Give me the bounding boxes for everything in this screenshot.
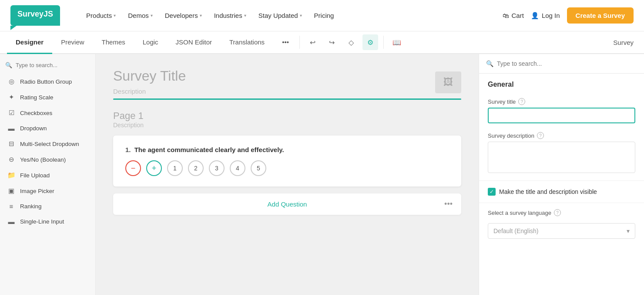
- survey-desc-display: Description: [113, 88, 461, 95]
- tab-json-editor[interactable]: JSON Editor: [167, 31, 221, 54]
- rating-plus-btn[interactable]: +: [146, 160, 162, 176]
- cart-link[interactable]: 🛍 Cart: [503, 12, 524, 19]
- language-help-icon[interactable]: ?: [554, 209, 561, 216]
- sidebar-item-rating-scale[interactable]: ✦ Rating Scale: [0, 89, 95, 105]
- left-sidebar: 🔍 ◎ Radio Button Group ✦ Rating Scale ☑ …: [0, 54, 96, 295]
- question-card: 1. The agent communicated clearly and ef…: [113, 136, 461, 186]
- right-search-row: 🔍: [479, 54, 644, 74]
- language-field-label: Select a survey language ?: [488, 209, 635, 216]
- sidebar-item-label: Yes/No (Boolean): [20, 156, 66, 163]
- survey-desc-field-label: Survey description ?: [488, 132, 635, 139]
- sidebar-item-file-upload[interactable]: 📁 File Upload: [0, 167, 95, 183]
- rating-scale-icon: ✦: [7, 93, 16, 101]
- page-section: Page 1 Description 1. The agent communic…: [113, 110, 461, 215]
- nav-chevron-icon: ▾: [300, 13, 302, 18]
- sidebar-item-radio-button-group[interactable]: ◎ Radio Button Group: [0, 74, 95, 89]
- create-survey-button[interactable]: Create a Survey: [567, 7, 634, 24]
- undo-button[interactable]: ↩: [305, 34, 321, 50]
- login-link[interactable]: 👤 Log In: [531, 12, 560, 20]
- survey-title-help-icon[interactable]: ?: [518, 98, 525, 105]
- rating-minus-btn[interactable]: −: [125, 160, 141, 176]
- nav-link-label: Products: [86, 12, 112, 19]
- sidebar-item-label: Radio Button Group: [20, 78, 72, 85]
- sidebar-search-input[interactable]: [16, 62, 90, 68]
- rating-2[interactable]: 2: [188, 160, 204, 176]
- image-picker-icon: ▣: [7, 187, 16, 195]
- eraser-icon: ◇: [349, 38, 354, 47]
- rating-3[interactable]: 3: [209, 160, 225, 176]
- nav-link-label: Industries: [214, 12, 242, 19]
- tab-designer[interactable]: Designer: [7, 31, 52, 54]
- editor-toolbar: DesignerPreviewThemesLogicJSON EditorTra…: [0, 31, 644, 54]
- add-question-more-icon[interactable]: •••: [444, 200, 453, 209]
- main-layout: 🔍 ◎ Radio Button Group ✦ Rating Scale ☑ …: [0, 54, 644, 295]
- settings-icon: ⚙: [367, 38, 373, 47]
- visible-checkbox[interactable]: ✓: [488, 188, 496, 196]
- visible-label: Make the title and description visible: [499, 188, 597, 195]
- sidebar-item-checkboxes[interactable]: ☑ Checkboxes: [0, 105, 95, 121]
- nav-link-stay-updated[interactable]: Stay Updated▾: [253, 8, 307, 23]
- sidebar-item-label: Image Picker: [20, 188, 54, 194]
- nav-link-products[interactable]: Products▾: [81, 8, 121, 23]
- tab-preview[interactable]: Preview: [52, 31, 93, 54]
- settings-button[interactable]: ⚙: [362, 34, 378, 50]
- language-select[interactable]: Default (English) ▾: [488, 223, 635, 239]
- visible-checkbox-row[interactable]: ✓ Make the title and description visible: [479, 183, 644, 201]
- nav-link-developers[interactable]: Developers▾: [160, 8, 207, 23]
- language-chevron-icon: ▾: [621, 224, 635, 238]
- tab-translations[interactable]: Translations: [221, 31, 273, 54]
- survey-image-placeholder: 🖼: [435, 71, 461, 93]
- sidebar-item-ranking[interactable]: ≡ Ranking: [0, 199, 95, 214]
- survey-title-input[interactable]: [488, 108, 635, 123]
- nav-link-label: Stay Updated: [258, 12, 298, 19]
- book-button[interactable]: 📖: [389, 34, 405, 50]
- rating-4[interactable]: 4: [230, 160, 245, 176]
- multi-select-dropdown-icon: ⊟: [7, 140, 16, 148]
- sidebar-item-yes-no-boolean[interactable]: ⊖ Yes/No (Boolean): [0, 152, 95, 167]
- nav-right: 🛍 Cart 👤 Log In Create a Survey: [503, 7, 634, 24]
- right-divider-2: [479, 203, 644, 203]
- redo-button[interactable]: ↪: [324, 34, 340, 50]
- cart-label: Cart: [512, 12, 524, 19]
- nav-links: Products▾Demos▾Developers▾Industries▾Sta…: [81, 8, 502, 23]
- survey-desc-field: Survey description ?: [479, 128, 644, 179]
- nav-link-demos[interactable]: Demos▾: [123, 8, 158, 23]
- logo[interactable]: SurveyJS: [10, 5, 60, 26]
- nav-link-label: Pricing: [314, 12, 334, 19]
- sidebar-search-row: 🔍: [0, 59, 95, 74]
- survey-desc-help-icon[interactable]: ?: [537, 132, 544, 139]
- survey-title-field: Survey title ?: [479, 94, 644, 128]
- ranking-icon: ≡: [7, 203, 16, 210]
- sidebar-item-dropdown[interactable]: ▬ Dropdown: [0, 121, 95, 136]
- right-search-input[interactable]: [497, 60, 637, 67]
- add-question-label: Add Question: [268, 200, 307, 208]
- rating-5[interactable]: 5: [251, 160, 266, 176]
- nav-link-industries[interactable]: Industries▾: [209, 8, 252, 23]
- sidebar-item-image-picker[interactable]: ▣ Image Picker: [0, 183, 95, 199]
- sidebar-item-multi-select-dropdown[interactable]: ⊟ Multi-Select Dropdown: [0, 136, 95, 152]
- nav-chevron-icon: ▾: [244, 13, 246, 18]
- tab-more[interactable]: •••: [273, 31, 298, 54]
- tab-logic[interactable]: Logic: [134, 31, 167, 54]
- sidebar-item-label: Dropdown: [20, 125, 47, 132]
- nav-link-label: Developers: [165, 12, 198, 19]
- question-label: The agent communicated clearly and effec…: [134, 146, 284, 153]
- question-num: 1.: [125, 146, 131, 153]
- survey-title-field-label: Survey title ?: [488, 98, 635, 105]
- tab-divider: [299, 36, 300, 49]
- user-icon: 👤: [531, 12, 539, 20]
- survey-underline: [113, 98, 461, 100]
- survey-header: Survey Title Description 🖼: [113, 68, 461, 100]
- tab-themes[interactable]: Themes: [93, 31, 134, 54]
- cart-icon: 🛍: [503, 12, 509, 19]
- nav-link-pricing[interactable]: Pricing: [309, 8, 339, 23]
- sidebar-item-single-line-input[interactable]: ▬ Single-Line Input: [0, 214, 95, 229]
- rating-1[interactable]: 1: [167, 160, 183, 176]
- question-text: 1. The agent communicated clearly and ef…: [125, 146, 449, 153]
- right-search-icon: 🔍: [486, 60, 493, 67]
- toolbar-actions: ↩ ↪ ◇ ⚙ 📖: [305, 34, 405, 50]
- sidebar-item-label: Multi-Select Dropdown: [20, 141, 79, 147]
- add-question-bar[interactable]: Add Question •••: [113, 193, 461, 215]
- survey-desc-textarea[interactable]: [488, 142, 635, 173]
- clear-button[interactable]: ◇: [343, 34, 359, 50]
